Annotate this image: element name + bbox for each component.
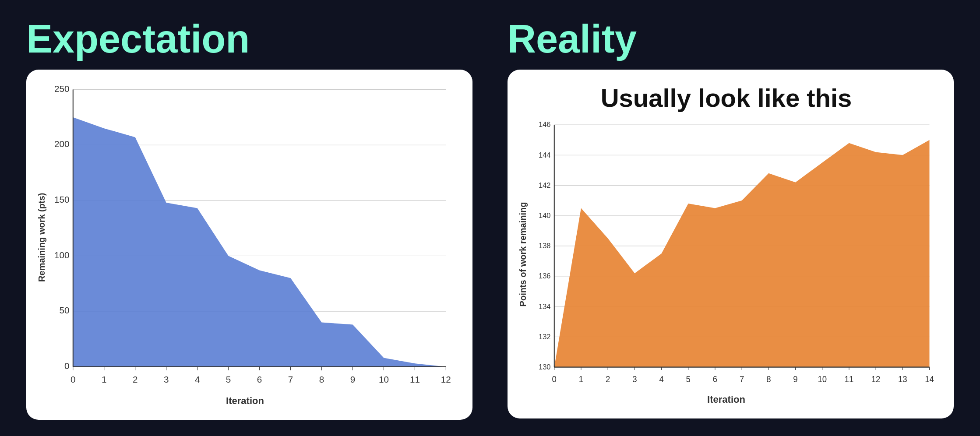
reality-chart-card: Usually look like this Points of work re… (508, 70, 954, 418)
svg-text:138: 138 (539, 242, 551, 250)
svg-text:50: 50 (60, 305, 70, 315)
svg-text:2: 2 (606, 374, 610, 383)
svg-text:0: 0 (552, 374, 557, 383)
svg-text:130: 130 (539, 362, 551, 371)
expectation-chart-card: Remaining work (pts) 0501001502002500123… (26, 70, 472, 420)
reality-chart-inner: 1301321341361381401421441460123456789101… (529, 118, 936, 390)
svg-text:3: 3 (632, 374, 637, 383)
reality-chart-area: Points of work remaining 130132134136138… (516, 118, 936, 390)
svg-text:11: 11 (410, 374, 420, 384)
svg-text:136: 136 (539, 272, 551, 280)
svg-text:0: 0 (64, 361, 69, 371)
svg-text:2: 2 (133, 374, 137, 384)
svg-text:4: 4 (195, 374, 200, 384)
expectation-y-label: Remaining work (pts) (35, 83, 48, 392)
svg-text:100: 100 (54, 250, 69, 260)
svg-text:13: 13 (898, 374, 907, 383)
svg-text:10: 10 (818, 374, 827, 383)
svg-text:8: 8 (766, 374, 771, 383)
svg-text:9: 9 (793, 374, 797, 383)
svg-text:5: 5 (686, 374, 691, 383)
expectation-panel: Expectation Remaining work (pts) 0501001… (26, 18, 472, 418)
expectation-x-label: Iteration (35, 395, 455, 407)
expectation-chart-area: Remaining work (pts) 0501001502002500123… (35, 83, 455, 392)
expectation-svg: 0501001502002500123456789101112 (48, 83, 455, 392)
svg-text:250: 250 (54, 84, 69, 94)
svg-text:6: 6 (713, 374, 717, 383)
svg-text:5: 5 (226, 374, 231, 384)
svg-text:4: 4 (659, 374, 663, 383)
svg-text:150: 150 (54, 194, 69, 204)
svg-text:1: 1 (579, 374, 583, 383)
reality-subtitle: Usually look like this (516, 83, 936, 113)
svg-text:6: 6 (257, 374, 262, 384)
svg-text:132: 132 (539, 332, 551, 341)
svg-text:11: 11 (845, 374, 854, 383)
reality-title: Reality (508, 18, 954, 61)
svg-text:3: 3 (164, 374, 169, 384)
svg-text:7: 7 (740, 374, 744, 383)
svg-text:134: 134 (539, 302, 551, 310)
svg-text:12: 12 (441, 374, 451, 384)
svg-text:200: 200 (54, 139, 69, 149)
expectation-chart-inner: 0501001502002500123456789101112 (48, 83, 455, 392)
svg-text:12: 12 (871, 374, 881, 383)
svg-text:142: 142 (539, 181, 551, 189)
reality-y-label: Points of work remaining (516, 118, 529, 390)
svg-text:9: 9 (350, 374, 355, 384)
svg-text:144: 144 (539, 151, 551, 159)
svg-text:140: 140 (539, 211, 551, 219)
svg-text:146: 146 (539, 120, 551, 129)
reality-panel: Reality Usually look like this Points of… (508, 18, 954, 418)
expectation-title: Expectation (26, 18, 472, 61)
svg-text:1: 1 (102, 374, 106, 384)
svg-text:7: 7 (288, 374, 293, 384)
reality-x-label: Iteration (516, 394, 936, 405)
reality-svg: 1301321341361381401421441460123456789101… (529, 118, 936, 390)
svg-text:0: 0 (71, 374, 75, 384)
svg-text:8: 8 (319, 374, 324, 384)
svg-text:10: 10 (379, 374, 389, 384)
svg-text:14: 14 (925, 374, 934, 383)
